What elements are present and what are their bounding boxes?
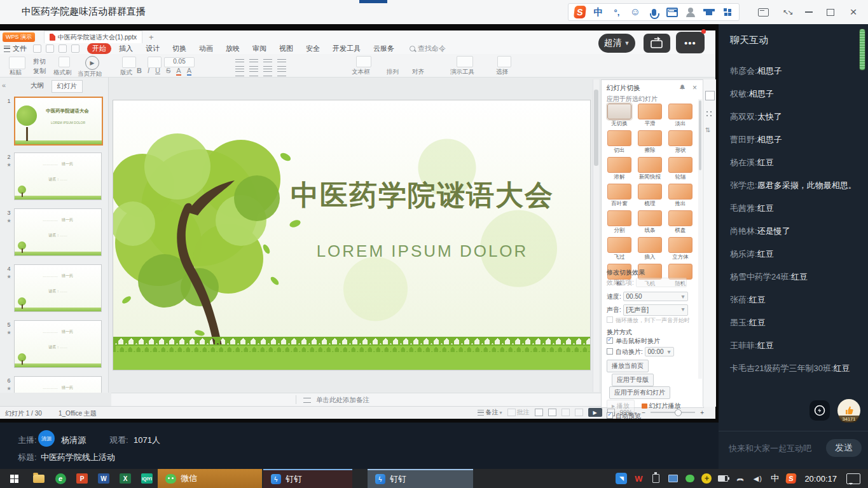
cut-button[interactable]: 剪切 [33,57,46,66]
font-size-box[interactable]: 0.05 [164,57,195,67]
ime-toolbar-icon[interactable]: 中 [593,6,604,18]
transition-effect[interactable]: 轮辐 [666,157,694,181]
tray-icon[interactable]: + [701,473,712,484]
on-click-checkbox[interactable] [607,337,613,344]
align-center-icon[interactable] [249,59,258,67]
tray-icon[interactable]: ◥ [616,473,627,484]
save-icon[interactable] [33,44,41,53]
arrange-label[interactable]: 排列 [387,68,399,76]
file-menu[interactable]: 文件 [4,44,27,53]
ime-toolbar-icon[interactable]: ☺ [630,6,641,18]
notes-placeholder[interactable]: 单击此处添加备注 [316,396,369,405]
ribbon-tab[interactable]: 审阅 [247,43,272,54]
tab-slides[interactable]: 幻灯片 [52,80,83,93]
transition-effect[interactable]: 新闻快报 [636,157,664,181]
reading-view-icon[interactable] [561,409,570,416]
layout-label[interactable]: 版式 [120,69,132,77]
zoom-in-button[interactable]: + [700,409,704,416]
taskbar-icon[interactable]: X [114,469,136,488]
slide-thumbnail[interactable]: 3 ………… 猜一药 谜底：…… [0,208,108,255]
slideshow-button[interactable]: 幻灯片播放 [642,402,681,409]
ime-toolbar-icon[interactable]: °, [611,6,623,18]
ribbon-tab[interactable]: 放映 [221,43,245,54]
font-format-button[interactable]: I [148,67,149,76]
tray-icon[interactable]: S [786,473,797,484]
ime-toolbar-icon[interactable] [666,6,678,18]
slideshow-view-icon[interactable] [575,409,583,416]
speed-spinner[interactable]: 00.50 [623,292,688,301]
auto-preview-checkbox[interactable] [607,412,613,419]
ribbon-tab[interactable]: 插入 [114,43,138,54]
line-spacing-icon[interactable] [263,69,272,76]
dingtalk-reaction-button[interactable] [809,400,830,421]
ime-toolbar-icon[interactable] [722,6,733,18]
ime-toolbar-icon[interactable] [685,6,696,18]
tray-icon[interactable]: W [633,473,644,484]
select-icon[interactable] [497,56,511,67]
layout-icon[interactable] [122,57,136,68]
taskbar-icon[interactable] [28,469,50,488]
slide-canvas[interactable]: 中医药学院谜语大会 LOREM IPSUM DOLOR [113,100,590,370]
more-options-button[interactable]: ••• [676,32,705,53]
transition-effect[interactable]: 推出 [666,184,694,208]
quick-access-toolbar[interactable] [33,44,79,53]
auto-advance-spinner[interactable]: 00:00 [645,347,674,356]
justify-icon[interactable] [277,59,286,67]
apply-to-all-button[interactable]: 应用于所有幻灯片 [609,386,670,399]
tray-icon[interactable] [650,473,661,484]
fullscreen-icon[interactable]: ↖↘ [779,4,796,20]
slide-thumbnail[interactable]: 1 中医药学院谜语大会 LOREM IPSUM DOLOR [0,97,108,143]
ribbon-tab[interactable]: 设计 [141,43,165,54]
slide-thumbnail[interactable]: 4 ………… 猜一药 谜底：…… [0,264,108,311]
format-painter-icon[interactable] [59,57,70,67]
paste-label[interactable]: 粘贴 [10,69,22,77]
number-list-icon[interactable] [249,69,258,76]
auto-advance-checkbox[interactable] [607,348,613,355]
play-from-current-icon[interactable]: ▶ [85,56,99,70]
notes-toggle[interactable]: 备注▾ [478,408,502,417]
ribbon-tab[interactable]: 开始 [87,43,111,54]
font-format-button[interactable]: U [155,67,160,76]
slide-thumbnail[interactable]: 5 ………… 猜一药 谜底：…… [0,320,108,367]
transition-effect[interactable]: 分割 [605,210,633,234]
print-icon[interactable] [71,44,79,53]
up-down-icon[interactable]: ⇅ [705,126,713,135]
host-avatar[interactable]: 清源 [38,430,55,447]
like-button[interactable]: 34171 [837,399,860,422]
tray-icon[interactable]: 中 [769,473,780,484]
play-current-page-button[interactable]: 播放当前页 [607,360,649,372]
ribbon-tab[interactable]: 动画 [194,43,218,54]
taskbar-icon[interactable]: P [71,469,93,488]
transition-effect[interactable]: 百叶窗 [605,184,633,208]
taskbar-icon[interactable]: W [93,469,114,488]
slide-subtitle[interactable]: LOREM IPSUM DOLOR [266,241,579,261]
chat-message-list[interactable]: 韩彦会 相思子 权敏 相思子 高双双 太快了 曹田野 相思子 杨在溪 红豆 张学… [719,60,868,380]
text-box-icon[interactable] [356,56,371,67]
taskbar-app-button[interactable]: ϟ 钉钉 [263,469,352,488]
rotate-screen-button[interactable] [644,34,670,53]
undo-icon[interactable] [46,44,54,53]
ime-toolbar-icon[interactable]: S [574,6,586,18]
transition-effect[interactable]: 线条 [636,210,664,234]
transition-effect[interactable]: 无切换 [605,104,633,128]
chat-input[interactable] [727,443,825,454]
taskbar-app-button[interactable]: ϟ 钉钉 [368,469,473,488]
minimize-button[interactable] [801,4,817,20]
format-painter-label[interactable]: 格式刷 [53,69,72,77]
font-format-button[interactable]: S [166,67,170,76]
loop-checkbox[interactable] [607,316,613,323]
play-slideshow-button[interactable]: ▶ [588,408,602,417]
ime-toolbar-icon[interactable] [703,6,715,18]
transition-effect[interactable]: 棋盘 [666,210,694,234]
close-pane-icon[interactable]: × [692,83,697,92]
text-box-label[interactable]: 文本框 [352,68,370,76]
transition-effect[interactable]: 平滑 [636,104,664,128]
align-label[interactable]: 对齐 [412,68,424,76]
taskbar-icon[interactable]: e [50,469,71,488]
transition-effect[interactable]: 插入 [636,237,664,261]
bullet-list-icon[interactable] [235,69,244,76]
ribbon-tab[interactable]: 开发工具 [327,43,366,54]
play-button[interactable]: ▸ 播放 [607,400,635,412]
transition-effect[interactable]: 飞过 [605,237,633,261]
comments-toggle[interactable]: 批注 [507,408,530,417]
